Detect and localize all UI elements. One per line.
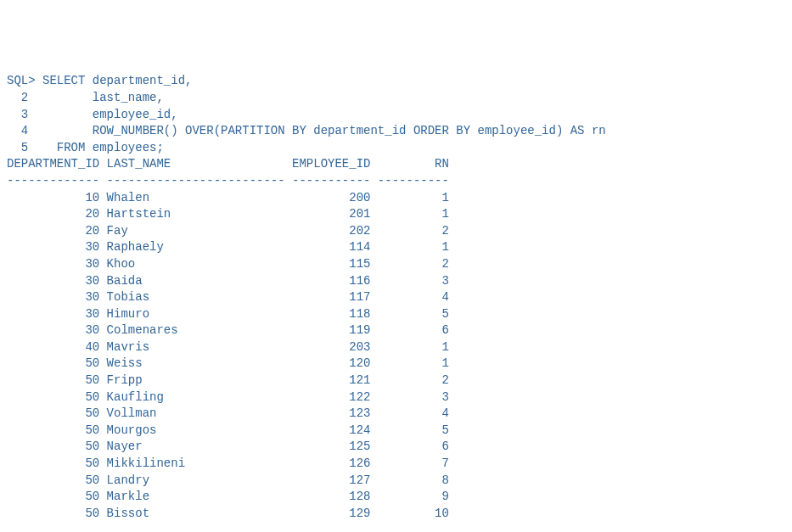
table-row: 10 Whalen 200 1 — [7, 190, 785, 207]
table-row: 50 Mikkilineni 126 7 — [7, 456, 785, 473]
sql-prompt-line: SQL> SELECT department_id, — [7, 73, 785, 90]
table-row: 50 Landry 127 8 — [7, 473, 785, 490]
table-row: 20 Hartstein 201 1 — [7, 206, 785, 223]
table-row: 50 Weiss 120 1 — [7, 356, 785, 372]
table-row: 30 Baida 116 3 — [7, 273, 785, 290]
table-row: 50 Vollman 123 4 — [7, 406, 785, 423]
table-row: 20 Fay 202 2 — [7, 223, 785, 240]
sql-continuation-line: 4 ROW_NUMBER() OVER(PARTITION BY departm… — [7, 123, 785, 140]
sql-continuation-line: 2 last_name, — [7, 90, 785, 107]
table-row: 30 Khoo 115 2 — [7, 256, 785, 273]
table-row: 50 Fripp 121 2 — [7, 372, 785, 389]
table-row: 50 Nayer 125 6 — [7, 439, 785, 456]
table-row: 50 Markle 128 9 — [7, 489, 785, 506]
sql-continuation-line: 3 employee_id, — [7, 107, 785, 124]
table-row: 50 Mourgos 124 5 — [7, 423, 785, 440]
table-row: 30 Himuro 118 5 — [7, 306, 785, 323]
sql-terminal-output: SQL> SELECT department_id, 2 last_name, … — [7, 73, 785, 522]
table-row: 40 Mavris 203 1 — [7, 339, 785, 356]
table-row: 30 Colmenares 119 6 — [7, 322, 785, 339]
table-row: 30 Tobias 117 4 — [7, 289, 785, 306]
table-header: DEPARTMENT_ID LAST_NAME EMPLOYEE_ID RN — [7, 156, 785, 173]
table-separator: ------------- ------------------------- … — [7, 173, 785, 190]
table-row: 50 Kaufling 122 3 — [7, 389, 785, 406]
sql-continuation-line: 5 FROM employees; — [7, 140, 785, 157]
table-row: 50 Bissot 129 10 — [7, 506, 785, 523]
table-row: 30 Raphaely 114 1 — [7, 239, 785, 256]
